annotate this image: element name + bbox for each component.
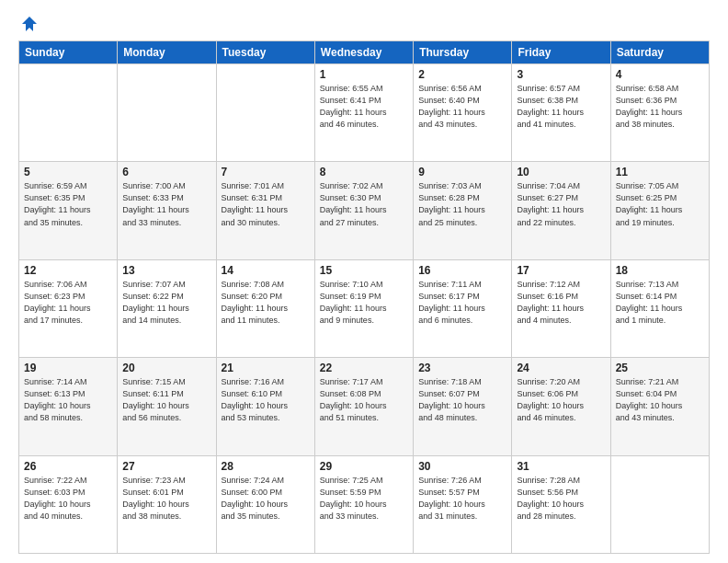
day-info: Sunrise: 7:03 AM Sunset: 6:28 PM Dayligh… <box>418 180 506 228</box>
table-row: 16Sunrise: 7:11 AM Sunset: 6:17 PM Dayli… <box>414 259 512 357</box>
table-row: 23Sunrise: 7:18 AM Sunset: 6:07 PM Dayli… <box>414 358 512 455</box>
day-info: Sunrise: 7:26 AM Sunset: 5:57 PM Dayligh… <box>418 475 506 523</box>
logo <box>18 15 40 33</box>
col-monday: Monday <box>118 41 216 64</box>
table-row <box>19 64 118 162</box>
table-row: 17Sunrise: 7:12 AM Sunset: 6:16 PM Dayli… <box>512 259 610 357</box>
day-number: 21 <box>222 362 310 374</box>
day-info: Sunrise: 7:23 AM Sunset: 6:01 PM Dayligh… <box>122 475 210 523</box>
table-row: 21Sunrise: 7:16 AM Sunset: 6:10 PM Dayli… <box>216 358 314 455</box>
day-number: 18 <box>616 264 704 277</box>
day-info: Sunrise: 7:06 AM Sunset: 6:23 PM Dayligh… <box>24 279 112 327</box>
table-row: 25Sunrise: 7:21 AM Sunset: 6:04 PM Dayli… <box>610 358 709 455</box>
day-number: 11 <box>616 166 704 178</box>
day-number: 14 <box>222 264 310 277</box>
day-info: Sunrise: 7:02 AM Sunset: 6:30 PM Dayligh… <box>320 180 408 228</box>
table-row: 14Sunrise: 7:08 AM Sunset: 6:20 PM Dayli… <box>216 259 314 357</box>
day-number: 7 <box>222 166 310 178</box>
day-info: Sunrise: 7:10 AM Sunset: 6:19 PM Dayligh… <box>320 279 408 327</box>
day-info: Sunrise: 7:05 AM Sunset: 6:25 PM Dayligh… <box>616 180 704 228</box>
table-row: 5Sunrise: 6:59 AM Sunset: 6:35 PM Daylig… <box>19 162 118 259</box>
day-number: 22 <box>320 362 408 374</box>
table-row: 12Sunrise: 7:06 AM Sunset: 6:23 PM Dayli… <box>19 259 118 357</box>
day-number: 17 <box>517 264 605 277</box>
header <box>18 15 710 33</box>
table-row: 18Sunrise: 7:13 AM Sunset: 6:14 PM Dayli… <box>610 259 709 357</box>
day-number: 9 <box>418 166 506 178</box>
col-friday: Friday <box>512 41 610 64</box>
page: Sunday Monday Tuesday Wednesday Thursday… <box>0 0 728 563</box>
day-number: 3 <box>517 68 605 81</box>
col-tuesday: Tuesday <box>216 41 314 64</box>
day-info: Sunrise: 7:04 AM Sunset: 6:27 PM Dayligh… <box>517 180 605 228</box>
day-info: Sunrise: 7:07 AM Sunset: 6:22 PM Dayligh… <box>122 279 210 327</box>
day-info: Sunrise: 7:16 AM Sunset: 6:10 PM Dayligh… <box>222 376 310 424</box>
day-number: 8 <box>320 166 408 178</box>
day-number: 31 <box>517 460 605 473</box>
table-row: 7Sunrise: 7:01 AM Sunset: 6:31 PM Daylig… <box>216 162 314 259</box>
table-row: 22Sunrise: 7:17 AM Sunset: 6:08 PM Dayli… <box>314 358 413 455</box>
logo-icon <box>20 15 39 33</box>
day-info: Sunrise: 7:14 AM Sunset: 6:13 PM Dayligh… <box>24 376 112 424</box>
day-info: Sunrise: 7:22 AM Sunset: 6:03 PM Dayligh… <box>24 475 112 523</box>
table-row <box>610 455 709 553</box>
table-row: 8Sunrise: 7:02 AM Sunset: 6:30 PM Daylig… <box>314 162 413 259</box>
table-row: 11Sunrise: 7:05 AM Sunset: 6:25 PM Dayli… <box>610 162 709 259</box>
table-row: 15Sunrise: 7:10 AM Sunset: 6:19 PM Dayli… <box>314 259 413 357</box>
day-info: Sunrise: 7:12 AM Sunset: 6:16 PM Dayligh… <box>517 279 605 327</box>
col-wednesday: Wednesday <box>314 41 413 64</box>
day-number: 29 <box>320 460 408 473</box>
table-row: 13Sunrise: 7:07 AM Sunset: 6:22 PM Dayli… <box>118 259 216 357</box>
table-row: 6Sunrise: 7:00 AM Sunset: 6:33 PM Daylig… <box>118 162 216 259</box>
table-row: 27Sunrise: 7:23 AM Sunset: 6:01 PM Dayli… <box>118 455 216 553</box>
day-number: 13 <box>122 264 210 277</box>
table-row: 20Sunrise: 7:15 AM Sunset: 6:11 PM Dayli… <box>118 358 216 455</box>
day-info: Sunrise: 7:11 AM Sunset: 6:17 PM Dayligh… <box>418 279 506 327</box>
col-thursday: Thursday <box>414 41 512 64</box>
day-number: 6 <box>122 166 210 178</box>
day-number: 12 <box>24 264 112 277</box>
day-info: Sunrise: 7:25 AM Sunset: 5:59 PM Dayligh… <box>320 475 408 523</box>
day-info: Sunrise: 7:18 AM Sunset: 6:07 PM Dayligh… <box>418 376 506 424</box>
table-row: 29Sunrise: 7:25 AM Sunset: 5:59 PM Dayli… <box>314 455 413 553</box>
table-row: 10Sunrise: 7:04 AM Sunset: 6:27 PM Dayli… <box>512 162 610 259</box>
table-row: 26Sunrise: 7:22 AM Sunset: 6:03 PM Dayli… <box>19 455 118 553</box>
day-number: 4 <box>616 68 704 81</box>
day-number: 28 <box>222 460 310 473</box>
day-number: 5 <box>24 166 112 178</box>
day-number: 20 <box>122 362 210 374</box>
calendar-header-row: Sunday Monday Tuesday Wednesday Thursday… <box>19 41 710 64</box>
table-row: 24Sunrise: 7:20 AM Sunset: 6:06 PM Dayli… <box>512 358 610 455</box>
table-row: 28Sunrise: 7:24 AM Sunset: 6:00 PM Dayli… <box>216 455 314 553</box>
day-number: 15 <box>320 264 408 277</box>
day-number: 16 <box>418 264 506 277</box>
day-info: Sunrise: 6:59 AM Sunset: 6:35 PM Dayligh… <box>24 180 112 228</box>
table-row: 19Sunrise: 7:14 AM Sunset: 6:13 PM Dayli… <box>19 358 118 455</box>
table-row: 30Sunrise: 7:26 AM Sunset: 5:57 PM Dayli… <box>414 455 512 553</box>
col-saturday: Saturday <box>610 41 709 64</box>
day-info: Sunrise: 7:17 AM Sunset: 6:08 PM Dayligh… <box>320 376 408 424</box>
table-row: 2Sunrise: 6:56 AM Sunset: 6:40 PM Daylig… <box>414 64 512 162</box>
day-number: 27 <box>122 460 210 473</box>
day-number: 25 <box>616 362 704 374</box>
calendar-week-row: 12Sunrise: 7:06 AM Sunset: 6:23 PM Dayli… <box>19 259 710 357</box>
table-row: 31Sunrise: 7:28 AM Sunset: 5:56 PM Dayli… <box>512 455 610 553</box>
day-number: 19 <box>24 362 112 374</box>
day-info: Sunrise: 7:00 AM Sunset: 6:33 PM Dayligh… <box>122 180 210 228</box>
day-info: Sunrise: 7:21 AM Sunset: 6:04 PM Dayligh… <box>616 376 704 424</box>
day-info: Sunrise: 7:15 AM Sunset: 6:11 PM Dayligh… <box>122 376 210 424</box>
table-row: 9Sunrise: 7:03 AM Sunset: 6:28 PM Daylig… <box>414 162 512 259</box>
day-number: 23 <box>418 362 506 374</box>
day-number: 1 <box>320 68 408 81</box>
day-info: Sunrise: 7:08 AM Sunset: 6:20 PM Dayligh… <box>222 279 310 327</box>
table-row <box>216 64 314 162</box>
calendar-table: Sunday Monday Tuesday Wednesday Thursday… <box>18 40 710 554</box>
day-number: 2 <box>418 68 506 81</box>
svg-marker-0 <box>22 17 37 31</box>
day-info: Sunrise: 6:55 AM Sunset: 6:41 PM Dayligh… <box>320 83 408 131</box>
calendar-week-row: 26Sunrise: 7:22 AM Sunset: 6:03 PM Dayli… <box>19 455 710 553</box>
day-info: Sunrise: 6:57 AM Sunset: 6:38 PM Dayligh… <box>517 83 605 131</box>
day-info: Sunrise: 7:28 AM Sunset: 5:56 PM Dayligh… <box>517 475 605 523</box>
col-sunday: Sunday <box>19 41 118 64</box>
day-number: 24 <box>517 362 605 374</box>
